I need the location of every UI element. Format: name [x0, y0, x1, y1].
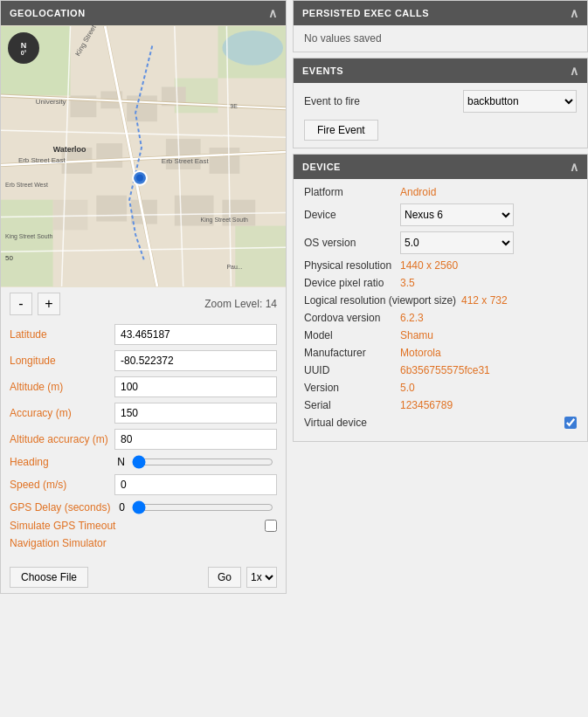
- nav-sim-label: Navigation Simulator: [10, 537, 114, 549]
- svg-text:King Street South: King Street South: [201, 217, 249, 224]
- pixel-ratio-value: 3.5: [400, 277, 415, 289]
- uuid-row: UUID 6b356755575fce31: [304, 364, 577, 376]
- os-version-row: OS version 4.4 5.0 5.1 6.0: [304, 231, 577, 254]
- virtual-device-row: Virtual device: [304, 417, 577, 429]
- geolocation-form: Latitude Longitude Altitude (m) Accuracy…: [1, 321, 286, 558]
- events-collapse-icon[interactable]: ∧: [570, 64, 579, 78]
- device-body: Platform Android Device Nexus 5 Nexus 6 …: [294, 179, 587, 441]
- svg-text:50: 50: [5, 254, 13, 262]
- device-title: DEVICE: [302, 162, 341, 172]
- model-row: Model Shamu: [304, 329, 577, 341]
- geolocation-title: GEOLOCATION: [10, 8, 86, 18]
- event-select[interactable]: backbutton deviceready pause resume onli…: [463, 90, 577, 113]
- gps-delay-slider[interactable]: [132, 500, 273, 514]
- device-header: DEVICE ∧: [294, 155, 587, 179]
- physical-resolution-value: 1440 x 2560: [400, 259, 458, 272]
- fire-event-button[interactable]: Fire Event: [304, 120, 378, 141]
- svg-rect-12: [96, 143, 122, 168]
- altitude-label: Altitude (m): [10, 381, 114, 393]
- os-version-label: OS version: [304, 237, 400, 249]
- nav-sim-controls: Choose File Go 1x 2x 4x: [1, 562, 286, 593]
- manufacturer-value: Motorola: [400, 347, 441, 359]
- os-version-select[interactable]: 4.4 5.0 5.1 6.0: [400, 231, 514, 254]
- svg-text:Erb Street East: Erb Street East: [162, 157, 210, 165]
- accuracy-label: Accuracy (m): [10, 407, 114, 419]
- svg-rect-16: [96, 196, 127, 222]
- altitude-accuracy-label: Altitude accuracy (m): [10, 433, 114, 445]
- compass-n-label: N: [21, 41, 27, 50]
- persisted-exec-header: PERSISTED EXEC CALLS ∧: [294, 1, 587, 25]
- device-select[interactable]: Nexus 5 Nexus 6 Nexus 7 Pixel: [400, 203, 514, 226]
- device-collapse-icon[interactable]: ∧: [570, 160, 579, 174]
- latitude-row: Latitude: [10, 324, 277, 345]
- go-button[interactable]: Go: [208, 567, 241, 588]
- svg-text:University: University: [36, 98, 66, 106]
- altitude-row: Altitude (m): [10, 376, 277, 397]
- longitude-input[interactable]: [114, 350, 277, 371]
- zoom-in-button[interactable]: +: [38, 293, 60, 315]
- svg-rect-14: [210, 148, 240, 174]
- heading-slider[interactable]: [132, 455, 273, 469]
- events-header: EVENTS ∧: [294, 59, 587, 83]
- model-value: Shamu: [400, 329, 433, 341]
- svg-rect-5: [235, 226, 286, 287]
- svg-rect-9: [127, 95, 157, 121]
- version-label: Version: [304, 382, 400, 394]
- manufacturer-label: Manufacturer: [304, 347, 400, 359]
- accuracy-row: Accuracy (m): [10, 403, 277, 424]
- serial-value: 123456789: [400, 399, 453, 411]
- speed-label: Speed (m/s): [10, 479, 114, 491]
- logical-resolution-value: 412 x 732: [461, 294, 508, 307]
- pixel-ratio-row: Device pixel ratio 3.5: [304, 277, 577, 289]
- nav-sim-row: Navigation Simulator: [10, 537, 277, 549]
- virtual-device-checkbox[interactable]: [564, 417, 577, 429]
- persisted-exec-body: No values saved: [294, 25, 587, 52]
- version-value: 5.0: [400, 382, 415, 394]
- heading-row: Heading N: [10, 455, 277, 469]
- altitude-input[interactable]: [114, 376, 277, 397]
- zoom-out-button[interactable]: -: [10, 293, 32, 315]
- uuid-value: 6b356755575fce31: [400, 364, 490, 376]
- persisted-exec-title: PERSISTED EXEC CALLS: [302, 8, 429, 18]
- svg-text:9E: 9E: [230, 103, 238, 109]
- physical-resolution-row: Physical resolution 1440 x 2560: [304, 259, 577, 272]
- map-svg: King Street North Erb Street East Erb St…: [1, 25, 286, 287]
- cordova-version-value: 6.2.3: [400, 312, 424, 324]
- map-controls: - + Zoom Level: 14: [1, 287, 286, 321]
- map-container[interactable]: King Street North Erb Street East Erb St…: [1, 25, 286, 287]
- simulate-gps-checkbox[interactable]: [265, 520, 277, 532]
- speed-input[interactable]: [114, 474, 277, 495]
- persisted-exec-section: PERSISTED EXEC CALLS ∧ No values saved: [293, 0, 588, 52]
- compass: N 0°: [8, 32, 39, 64]
- latitude-input[interactable]: [114, 324, 277, 345]
- accuracy-input[interactable]: [114, 403, 277, 424]
- version-row: Version 5.0: [304, 382, 577, 394]
- longitude-row: Longitude: [10, 350, 277, 371]
- device-section: DEVICE ∧ Platform Android Device Nexus 5…: [293, 154, 588, 442]
- right-panel: PERSISTED EXEC CALLS ∧ No values saved E…: [293, 0, 588, 594]
- model-label: Model: [304, 329, 400, 341]
- cordova-version-label: Cordova version: [304, 312, 400, 324]
- event-fire-row: Event to fire backbutton deviceready pau…: [304, 90, 577, 113]
- altitude-accuracy-row: Altitude accuracy (m): [10, 429, 277, 450]
- svg-text:Erb Street West: Erb Street West: [5, 182, 48, 188]
- geolocation-collapse-icon[interactable]: ∧: [268, 6, 278, 20]
- events-section: EVENTS ∧ Event to fire backbutton device…: [293, 58, 588, 148]
- serial-label: Serial: [304, 399, 400, 411]
- persisted-exec-collapse-icon[interactable]: ∧: [570, 6, 579, 20]
- pixel-ratio-label: Device pixel ratio: [304, 277, 400, 289]
- geolocation-header: GEOLOCATION ∧: [1, 1, 286, 25]
- virtual-device-label: Virtual device: [304, 417, 564, 429]
- speed-select[interactable]: 1x 2x 4x: [246, 567, 277, 588]
- heading-label: Heading: [10, 456, 114, 468]
- device-label: Device: [304, 209, 400, 221]
- choose-file-button[interactable]: Choose File: [10, 567, 88, 588]
- compass-deg-label: 0°: [21, 50, 27, 56]
- logical-resolution-row: Logical resolution (viewport size) 412 x…: [304, 294, 577, 307]
- svg-text:Waterloo: Waterloo: [53, 145, 86, 154]
- svg-point-6: [222, 31, 283, 65]
- event-to-fire-label: Event to fire: [304, 95, 463, 107]
- serial-row: Serial 123456789: [304, 399, 577, 411]
- altitude-accuracy-input[interactable]: [114, 429, 277, 450]
- no-values-text: No values saved: [304, 32, 382, 45]
